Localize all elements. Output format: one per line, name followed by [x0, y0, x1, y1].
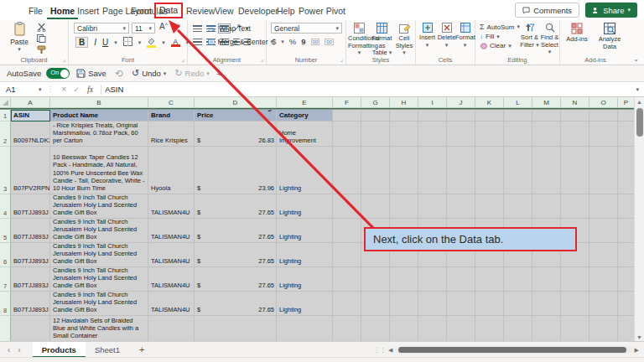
col-header-c[interactable]: C: [148, 97, 195, 107]
cancel-entry-icon[interactable]: ×: [62, 85, 67, 94]
row-header-9[interactable]: [0, 316, 11, 342]
sheet-tab-sheet1[interactable]: Sheet1: [86, 342, 129, 358]
sync-icon[interactable]: ⟲: [115, 68, 123, 80]
share-button[interactable]: Share ▾: [585, 3, 637, 18]
select-all-corner[interactable]: [0, 97, 11, 107]
col-header-j[interactable]: J: [447, 97, 475, 107]
clear-button[interactable]: Clear ▾: [480, 42, 520, 49]
row-header-5[interactable]: 5: [0, 219, 11, 243]
cell-price[interactable]: $27.65: [195, 292, 277, 316]
col-header-f[interactable]: F: [333, 97, 361, 107]
cell-asin[interactable]: B0097NLDK2: [11, 122, 50, 147]
cell-price[interactable]: $27.65: [195, 219, 277, 243]
font-dialog-launcher[interactable]: ⌟: [182, 56, 184, 63]
collapse-ribbon-icon[interactable]: ⌄: [633, 55, 639, 63]
cell-product[interactable]: 100 Natural Pure Beeswax Taper Candles 9…: [50, 292, 148, 316]
row-header-8[interactable]: 8: [0, 292, 11, 316]
add-sheet-button[interactable]: +: [139, 344, 144, 354]
empty-cells[interactable]: [333, 194, 634, 219]
align-left-icon[interactable]: [193, 39, 202, 45]
font-size-combo[interactable]: 11▾: [132, 23, 155, 34]
underline-button[interactable]: U: [102, 38, 108, 47]
namebox-splitter[interactable]: ⋮: [47, 85, 54, 93]
hscroll-left-icon[interactable]: ◀: [388, 347, 392, 354]
percent-format-button[interactable]: %: [289, 37, 296, 46]
formula-content[interactable]: ASIN: [105, 85, 123, 94]
cell-category[interactable]: Lighting: [277, 243, 333, 267]
redo-button[interactable]: ↻Redo▾: [174, 68, 209, 79]
copy-icon[interactable]: [37, 34, 46, 43]
sort-filter-button[interactable]: Sort &Filter ▾: [519, 23, 540, 49]
cell-asin[interactable]: B07PV2RPN1: [11, 147, 50, 194]
cell-price[interactable]: $23.96: [195, 147, 277, 194]
insert-function-icon[interactable]: fx: [87, 85, 93, 94]
analyze-data-button[interactable]: AnalyzeData: [595, 23, 624, 50]
empty-cells[interactable]: [333, 122, 634, 147]
conditional-formatting-button[interactable]: ConditionalFormatting ▾: [348, 23, 371, 57]
name-box[interactable]: A1: [0, 85, 39, 94]
cell-asin[interactable]: [11, 316, 50, 342]
undo-dropdown-icon[interactable]: ▾: [164, 70, 167, 77]
col-header-p[interactable]: P: [618, 97, 634, 107]
cell-a1-selected[interactable]: ASIN: [11, 110, 50, 122]
italic-button[interactable]: I: [94, 38, 96, 47]
cell-brand[interactable]: Rice Krispies: [148, 122, 195, 147]
fill-color-dropdown-icon[interactable]: ▾: [162, 39, 165, 46]
col-header-b[interactable]: B: [50, 97, 148, 107]
increase-decimal-button[interactable]: 00: [311, 39, 320, 45]
cell-category[interactable]: Lighting: [277, 194, 333, 219]
fill-button[interactable]: ↓Fill ▾: [480, 33, 520, 40]
col-header-a[interactable]: A: [11, 97, 50, 107]
sheet-tab-products[interactable]: Products: [33, 342, 86, 358]
cell-styles-button[interactable]: CellStyles ▾: [393, 23, 415, 57]
find-select-button[interactable]: Find &Select ▾: [540, 23, 559, 56]
cell-d1[interactable]: Featured Offer Winning Price: [195, 110, 277, 122]
cell-c1[interactable]: Brand: [148, 110, 195, 122]
borders-dropdown-icon[interactable]: ▾: [138, 39, 142, 46]
cell-category[interactable]: [277, 316, 333, 342]
empty-cells[interactable]: [333, 267, 634, 292]
cell-price[interactable]: $27.65: [195, 194, 277, 219]
empty-cells[interactable]: [333, 292, 634, 316]
row-header-2[interactable]: 2: [0, 122, 11, 147]
col-header-i[interactable]: I: [418, 97, 447, 107]
vertical-scrollbar[interactable]: ▲ ▼: [634, 97, 644, 341]
horizontal-scrollbar[interactable]: [395, 346, 631, 354]
cell-product[interactable]: 100 Natural Pure Beeswax Taper Candles 9…: [50, 219, 148, 243]
row-header-6[interactable]: 6: [0, 243, 11, 267]
format-as-table-button[interactable]: Format asTable ▾: [371, 23, 393, 57]
cell-b1[interactable]: Product Name: [50, 110, 148, 122]
tab-view[interactable]: View: [211, 3, 237, 19]
cell-e1[interactable]: Category: [277, 110, 333, 122]
cell-asin[interactable]: B07TJJ893J: [11, 292, 50, 316]
clipboard-dialog-launcher[interactable]: ⌟: [63, 56, 65, 63]
cell-price[interactable]: $27.65: [195, 267, 277, 292]
empty-cells[interactable]: [333, 147, 634, 194]
cell-category[interactable]: Lighting: [277, 267, 333, 292]
cell-brand[interactable]: TALISMAN4U: [148, 219, 195, 243]
col-header-d[interactable]: D: [195, 97, 277, 107]
comma-format-button[interactable]: 9: [301, 37, 305, 46]
vertical-scroll-thumb[interactable]: [636, 108, 643, 137]
empty-cells[interactable]: [333, 110, 634, 122]
scroll-up-icon[interactable]: ▲: [635, 97, 644, 107]
cell-price[interactable]: $27.65: [195, 243, 277, 267]
cell-brand[interactable]: Hyoola: [148, 147, 195, 194]
customize-toolbar-icon[interactable]: ▿̶: [218, 70, 222, 78]
bold-button[interactable]: B: [75, 37, 88, 48]
underline-dropdown-icon[interactable]: ▾: [114, 39, 117, 46]
hscroll-right-icon[interactable]: ▶: [635, 347, 639, 354]
cell-category[interactable]: Lighting: [277, 147, 333, 194]
cell-category[interactable]: Home Improvement: [277, 122, 333, 147]
cell-price[interactable]: $26.83: [195, 122, 277, 147]
sheet-nav-left-icon[interactable]: ‹: [8, 345, 10, 354]
addins-button[interactable]: Add-ins: [564, 23, 590, 44]
row-header-1[interactable]: 1: [0, 110, 11, 122]
empty-cells[interactable]: [333, 316, 634, 342]
save-button[interactable]: Save: [76, 69, 106, 78]
tab-data[interactable]: Data: [154, 3, 183, 18]
wrap-text-button[interactable]: Wrap Text: [208, 24, 267, 33]
autosum-button[interactable]: ΣAutoSum ▾: [480, 23, 520, 31]
currency-dropdown-icon[interactable]: ▾: [281, 39, 284, 45]
formula-bar-expand-icon[interactable]: ▾: [636, 86, 639, 93]
